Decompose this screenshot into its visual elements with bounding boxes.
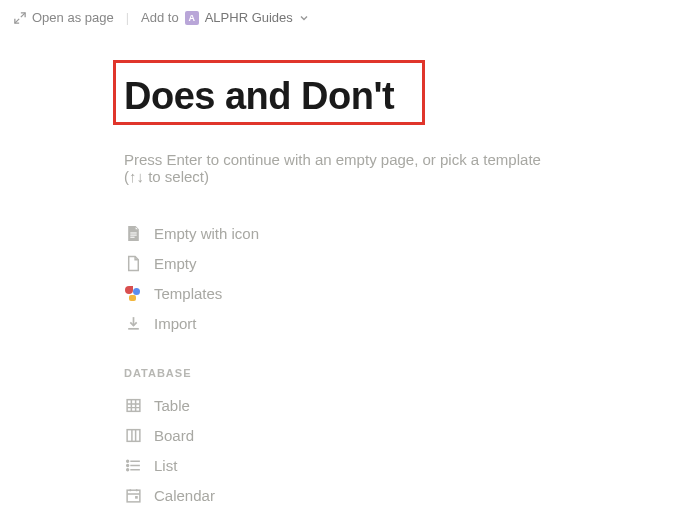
option-label: Templates [154, 285, 222, 302]
open-as-page-button[interactable]: Open as page [14, 10, 114, 25]
database-option-calendar[interactable]: Calendar [124, 481, 560, 511]
workspace-name: ALPHR Guides [205, 10, 293, 25]
add-to-label: Add to [141, 10, 179, 25]
svg-rect-0 [130, 233, 136, 234]
page-content: Does and Don't Press Enter to continue w… [0, 35, 560, 511]
option-empty[interactable]: Empty [124, 249, 560, 279]
svg-point-6 [126, 465, 128, 467]
add-to-dropdown[interactable]: Add to A ALPHR Guides [141, 10, 309, 25]
table-icon [124, 397, 142, 415]
topbar: Open as page | Add to A ALPHR Guides [0, 0, 690, 35]
svg-rect-3 [127, 400, 140, 412]
option-empty-with-icon[interactable]: Empty with icon [124, 219, 560, 249]
templates-icon [124, 285, 142, 303]
expand-icon [14, 12, 26, 24]
chevron-down-icon [299, 13, 309, 23]
template-hint: Press Enter to continue with an empty pa… [124, 151, 560, 185]
database-option-board[interactable]: Board [124, 421, 560, 451]
board-icon [124, 427, 142, 445]
workspace-badge-icon: A [185, 11, 199, 25]
option-label: Empty with icon [154, 225, 259, 242]
svg-rect-9 [135, 496, 138, 499]
option-label: Import [154, 315, 197, 332]
option-label: List [154, 457, 177, 474]
svg-point-7 [126, 469, 128, 471]
database-options: Table Board List [124, 391, 560, 511]
option-label: Board [154, 427, 194, 444]
database-option-list[interactable]: List [124, 451, 560, 481]
option-label: Table [154, 397, 190, 414]
page-title[interactable]: Does and Don't [124, 75, 394, 119]
topbar-divider: | [126, 10, 129, 25]
title-area[interactable]: Does and Don't [124, 75, 394, 119]
page-options: Empty with icon Empty Templates [124, 219, 560, 339]
list-icon [124, 457, 142, 475]
page-icon [124, 255, 142, 273]
svg-rect-2 [130, 237, 134, 238]
page-with-icon-icon [124, 225, 142, 243]
option-label: Empty [154, 255, 197, 272]
database-section-label: DATABASE [124, 367, 560, 379]
import-icon [124, 315, 142, 333]
option-label: Calendar [154, 487, 215, 504]
svg-rect-4 [127, 430, 140, 442]
option-import[interactable]: Import [124, 309, 560, 339]
svg-point-5 [126, 461, 128, 463]
database-option-table[interactable]: Table [124, 391, 560, 421]
svg-rect-1 [130, 235, 136, 236]
svg-rect-8 [127, 490, 140, 502]
open-as-page-label: Open as page [32, 10, 114, 25]
option-templates[interactable]: Templates [124, 279, 560, 309]
calendar-icon [124, 487, 142, 505]
